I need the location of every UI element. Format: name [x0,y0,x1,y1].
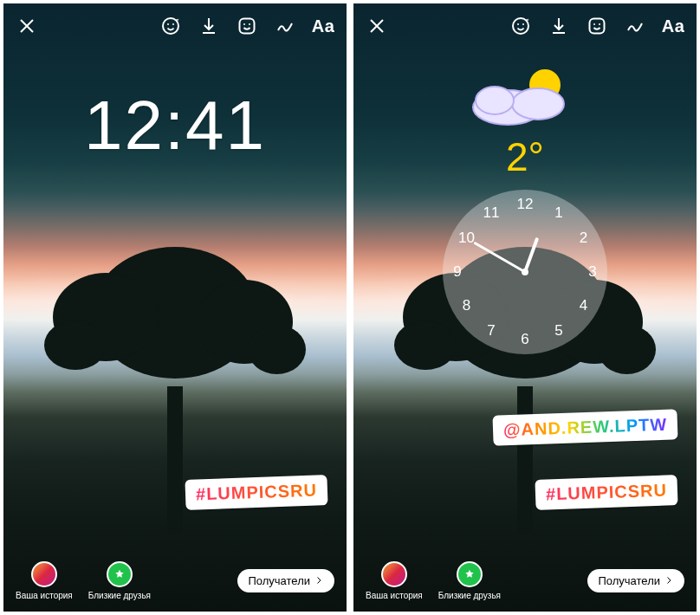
clock-number: 4 [580,297,587,314]
clock-number: 7 [487,322,495,340]
svg-point-12 [529,69,561,100]
download-icon[interactable] [548,15,570,37]
svg-point-14 [512,88,564,120]
svg-rect-9 [590,19,605,34]
clock-number: 10 [458,230,475,247]
clock-number: 11 [483,204,500,222]
draw-icon[interactable] [274,15,296,37]
svg-point-15 [476,87,514,114]
bottom-bar: Ваша история Близкие друзья Получатели [3,554,347,612]
topbar-actions: Aa [509,15,684,37]
analog-clock-sticker[interactable]: 121234567891011 [443,190,607,354]
close-icon[interactable] [366,15,388,37]
draw-icon[interactable] [624,15,646,37]
svg-point-2 [172,23,174,25]
svg-point-8 [522,23,524,25]
temperature-label: 2° [460,133,590,180]
svg-point-13 [473,90,542,125]
close-friends-button[interactable]: Близкие друзья [88,561,151,600]
hashtag-text: #LUMPICSRU [546,481,668,504]
hashtag-sticker[interactable]: #LUMPICSRU [535,475,677,510]
face-filter-icon[interactable] [509,15,532,37]
clock-number: 6 [521,331,528,348]
hour-hand [523,237,539,273]
topbar: Aa [353,3,697,49]
recipients-label: Получатели [598,574,660,587]
svg-point-5 [249,23,250,25]
svg-rect-3 [240,19,255,34]
bottom-bar: Ваша история Близкие друзья Получатели [353,554,697,612]
your-story-button[interactable]: Ваша история [366,561,423,600]
chevron-right-icon [314,575,324,586]
close-icon[interactable] [16,15,38,37]
clock-number: 3 [588,263,596,281]
close-friends-label: Близкие друзья [88,591,151,600]
avatar-icon [31,561,57,587]
cloud-sun-icon [460,64,590,133]
close-friends-button[interactable]: Близкие друзья [438,561,501,600]
chevron-right-icon [664,575,674,586]
svg-point-4 [243,23,245,25]
close-friends-label: Близкие друзья [438,591,501,600]
weather-sticker[interactable]: 2° [460,64,590,180]
your-story-label: Ваша история [16,591,73,600]
story-editor-left: Aa 12:41 #LUMPICSRU Ваша история Близкие… [3,3,347,612]
svg-point-0 [163,18,178,34]
face-filter-icon[interactable] [159,15,182,37]
star-icon [457,561,483,587]
sticker-icon[interactable] [586,15,608,37]
hashtag-sticker[interactable]: #LUMPICSRU [185,475,327,510]
time-sticker[interactable]: 12:41 [3,86,347,165]
svg-point-1 [167,23,169,25]
clock-number: 12 [517,196,534,213]
mention-sticker[interactable]: @AND.REW.LPTW [492,409,677,445]
recipients-label: Получатели [248,574,310,587]
avatar-icon [381,561,407,587]
clock-number: 1 [554,204,562,222]
clock-number: 5 [554,322,562,340]
svg-point-6 [513,18,528,34]
text-tool-button[interactable]: Aa [312,15,334,37]
clock-center [522,269,528,275]
star-icon [107,561,133,587]
sticker-icon[interactable] [236,15,258,37]
clock-number: 2 [580,230,587,247]
story-editor-right: Aa 2° 121234567891011 @AND.REW.LPTW #LUM… [353,3,697,612]
clock-number: 9 [453,263,461,281]
svg-point-11 [599,23,600,25]
hashtag-text: #LUMPICSRU [196,481,318,504]
clock-number: 8 [463,297,470,314]
topbar-actions: Aa [159,15,334,37]
your-story-label: Ваша история [366,591,423,600]
text-tool-button[interactable]: Aa [662,15,684,37]
recipients-button[interactable]: Получатели [587,569,684,592]
your-story-button[interactable]: Ваша история [16,561,73,600]
topbar: Aa [3,3,347,49]
mention-text: @AND.REW.LPTW [503,415,668,440]
recipients-button[interactable]: Получатели [237,569,334,592]
svg-point-7 [517,23,519,25]
minute-hand [473,242,525,274]
svg-point-10 [593,23,595,25]
download-icon[interactable] [198,15,220,37]
